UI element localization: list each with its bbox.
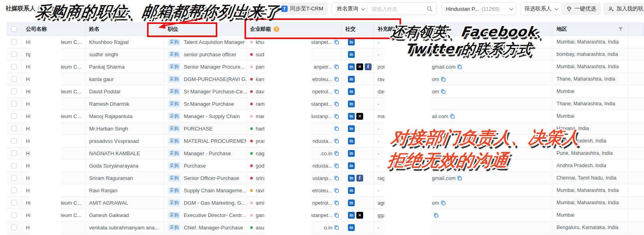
copy-icon[interactable]	[334, 176, 339, 181]
copy-icon[interactable]	[334, 101, 339, 107]
table-row: Hi leum C... Ganesh Gaikwad 采购 Executive…	[6, 209, 644, 221]
table-row: Hi leum C... David Poddar 采购 Sr Manager …	[6, 85, 644, 98]
linkedin-icon[interactable]: in	[348, 51, 355, 58]
filter-contacts-dropdown[interactable]: 筛选联系人	[520, 2, 562, 15]
contact-name: AMIT AGRAWAL	[89, 200, 128, 206]
row-checkbox[interactable]	[11, 39, 17, 45]
email-status-dot	[250, 177, 253, 180]
row-checkbox[interactable]	[11, 76, 17, 82]
region: Haryana, India	[557, 126, 589, 131]
x-icon[interactable]: ✕	[356, 212, 363, 219]
row-checkbox[interactable]	[11, 138, 17, 144]
search-icon[interactable]	[427, 6, 433, 12]
region: Chennai, Tamil Nadu, India	[557, 175, 616, 181]
linkedin-icon[interactable]: in	[348, 76, 355, 83]
linkedin-icon[interactable]: in	[348, 113, 355, 120]
highlight-box-email-columns	[244, 18, 401, 39]
copy-icon[interactable]	[433, 213, 439, 218]
copy-icon[interactable]	[334, 114, 339, 119]
copy-icon[interactable]	[334, 213, 339, 218]
row-checkbox[interactable]	[11, 89, 17, 94]
row-checkbox[interactable]	[11, 64, 17, 69]
sync-tcrm-button[interactable]: T 同步至T-CRM	[276, 2, 328, 15]
email-status-dot	[250, 103, 253, 105]
copy-icon[interactable]	[334, 89, 339, 94]
row-checkbox[interactable]	[11, 200, 17, 205]
sync-tcrm-label: 同步至T-CRM	[290, 5, 323, 12]
select-all-checkbox[interactable]	[11, 26, 17, 32]
filter-contacts-label: 筛选联系人	[525, 5, 552, 12]
copy-icon[interactable]	[450, 114, 455, 119]
x-icon[interactable]: ✕	[356, 113, 363, 120]
copy-icon[interactable]	[334, 126, 339, 131]
social-icons: in	[348, 199, 356, 206]
email-status-dot	[250, 189, 253, 192]
actions-cell	[628, 110, 644, 122]
email-status-dot	[250, 140, 253, 142]
extra-email-dash: -	[374, 138, 379, 144]
copy-icon[interactable]	[457, 64, 462, 69]
copy-icon[interactable]	[334, 39, 339, 45]
company-filter-dropdown[interactable]: Hindustan P...(11269)	[441, 2, 517, 15]
linkedin-icon[interactable]: in	[348, 162, 355, 169]
row-checkbox[interactable]	[11, 188, 17, 193]
copy-icon[interactable]	[334, 151, 339, 156]
linkedin-icon[interactable]: in	[348, 125, 355, 132]
extra-email-suffix: om	[432, 76, 439, 82]
linkedin-icon[interactable]: in	[348, 175, 355, 182]
linkedin-icon[interactable]: in	[348, 224, 355, 231]
copy-icon[interactable]	[441, 89, 446, 94]
linkedin-icon[interactable]: in	[348, 138, 355, 144]
add-to-my-contacts-button[interactable]: 加入我的联系人	[603, 2, 644, 15]
linkedin-icon[interactable]: in	[348, 199, 355, 206]
linkedin-icon[interactable]: in	[348, 212, 355, 219]
copy-icon[interactable]	[334, 77, 339, 82]
facebook-icon[interactable]: f	[356, 175, 363, 182]
row-checkbox[interactable]	[11, 126, 17, 131]
copy-icon[interactable]	[441, 77, 446, 82]
copy-icon[interactable]	[334, 138, 339, 144]
table-body: Hi leum C... Khushboo Rajpal 采购 Talent A…	[6, 36, 644, 234]
x-icon[interactable]: ✕	[356, 63, 363, 70]
linkedin-icon[interactable]: in	[348, 39, 355, 45]
row-checkbox[interactable]	[11, 175, 17, 181]
contact-name: Mr.Harban Singh	[89, 126, 128, 132]
copy-icon[interactable]	[334, 225, 339, 230]
filter-funnel-icon[interactable]	[618, 27, 623, 32]
copy-icon[interactable]	[334, 64, 339, 69]
row-checkbox[interactable]	[11, 212, 17, 218]
linkedin-icon[interactable]: in	[348, 150, 355, 157]
linkedin-icon[interactable]: in	[348, 101, 355, 107]
facebook-icon[interactable]: f	[365, 63, 372, 70]
region: Mumbai, Maharashtra, India	[557, 39, 619, 45]
row-checkbox[interactable]	[11, 101, 17, 107]
row-checkbox[interactable]	[11, 150, 17, 156]
one-click-optimize-button[interactable]: 一键优选	[561, 2, 601, 15]
linkedin-icon[interactable]: in	[348, 187, 355, 194]
copy-icon[interactable]	[441, 200, 446, 205]
redaction-email2	[384, 36, 431, 234]
linkedin-icon[interactable]: in	[348, 88, 355, 95]
copy-icon[interactable]	[334, 188, 339, 193]
social-icons: in	[348, 51, 356, 58]
social-icons: in	[348, 101, 356, 107]
extra-email-dash: -	[374, 101, 379, 107]
header-company: 公司名称	[22, 23, 86, 36]
linkedin-icon[interactable]: in	[348, 63, 355, 70]
social-icons: in✕f	[348, 63, 373, 70]
contact-name: kanta gaur	[89, 76, 113, 82]
copy-icon[interactable]	[457, 176, 462, 181]
contact-name: venkata subrahmanyam ana...	[89, 225, 159, 231]
procurement-tag: 采购	[168, 199, 181, 207]
row-checkbox[interactable]	[11, 51, 17, 57]
copy-icon[interactable]	[334, 200, 339, 205]
search-input[interactable]	[368, 6, 427, 12]
search-type-dropdown[interactable]: 姓名查询	[332, 5, 368, 12]
copy-icon[interactable]	[334, 163, 339, 168]
row-checkbox[interactable]	[11, 225, 17, 230]
search-type-label: 姓名查询	[337, 5, 358, 12]
row-checkbox[interactable]	[11, 113, 17, 119]
social-icons: in	[348, 187, 356, 194]
social-icons: in	[348, 39, 356, 45]
row-checkbox[interactable]	[11, 163, 17, 168]
